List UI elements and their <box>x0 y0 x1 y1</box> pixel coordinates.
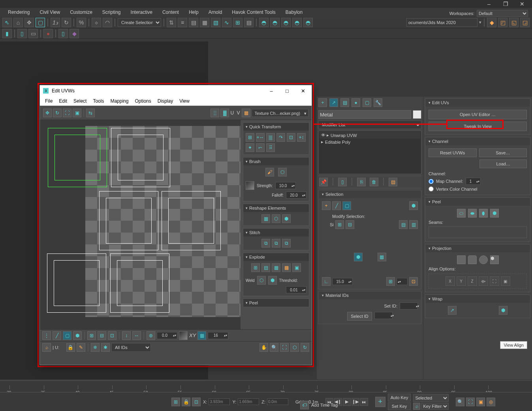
layer-icon[interactable]: ▤ <box>189 18 198 27</box>
display-tab-icon[interactable]: ▢ <box>363 98 371 107</box>
move-icon[interactable]: ✥ <box>24 18 34 27</box>
snow1-icon[interactable]: ❄ <box>91 343 100 352</box>
peel3-icon[interactable]: ⬮ <box>479 209 488 218</box>
zoom-extents-icon[interactable]: ⬡ <box>290 343 299 352</box>
nav-fov-icon[interactable]: ◎ <box>487 398 495 406</box>
align-y-button[interactable]: Y <box>457 276 466 286</box>
render-frame-icon[interactable]: ▤ <box>244 18 254 27</box>
schematic-icon[interactable]: ▧ <box>211 18 220 27</box>
uvw-grid1-icon[interactable]: ░ <box>211 109 219 117</box>
load-uvws-button[interactable]: Load… <box>479 160 527 168</box>
align-normal-icon[interactable]: ⟴ <box>479 276 488 286</box>
menu-babylon[interactable]: Babylon <box>281 8 307 16</box>
angle-icon[interactable]: ∟ <box>322 277 331 286</box>
z-coord-input[interactable] <box>267 398 288 405</box>
brush-falloff-icon[interactable] <box>246 181 254 190</box>
unlink-icon[interactable]: ⌂ <box>13 18 23 27</box>
uvw-rotate-icon[interactable]: ↻ <box>53 109 62 117</box>
sel-plus-icon[interactable]: + <box>322 201 331 210</box>
selection-set-dropdown[interactable]: Create Selection Se <box>118 18 161 27</box>
time-tag-icon[interactable]: 🏷 <box>300 401 309 409</box>
explode3-icon[interactable]: ▦ <box>272 263 280 272</box>
select-by3-icon[interactable]: ⊡ <box>108 331 117 340</box>
vertex-color-radio[interactable] <box>429 186 434 191</box>
qt-bars-icon[interactable]: ||| <box>266 133 275 142</box>
menu-scripting[interactable]: Scripting <box>98 8 126 16</box>
teapot2-icon[interactable]: ◓ <box>270 18 280 27</box>
minimize-button[interactable]: – <box>486 1 492 7</box>
selection-header[interactable]: Selection <box>319 190 421 198</box>
select-by2-icon[interactable]: ⊟ <box>98 331 106 340</box>
all-ids-dropdown[interactable]: All IDs <box>111 343 151 352</box>
open-uv-editor-button[interactable]: Open UV Editor … <box>429 110 527 119</box>
stitch1-icon[interactable]: ⧉ <box>261 239 270 248</box>
uvw-move-icon[interactable]: ✥ <box>43 109 52 117</box>
remove-modifier-icon[interactable]: 🗑 <box>370 178 378 186</box>
planar-angle-input[interactable] <box>333 280 348 284</box>
align-x-button[interactable]: X <box>446 276 455 286</box>
teapot5-icon[interactable]: ◓ <box>303 18 313 27</box>
key-filters-dropdown[interactable]: Key Filters… <box>421 403 449 410</box>
show-end-result-icon[interactable]: ▯ <box>338 178 347 186</box>
utilities-tab-icon[interactable]: 🔧 <box>374 98 382 107</box>
uvw-menu-display[interactable]: Display <box>155 97 176 105</box>
uvw-mirror-icon[interactable]: ⇆ <box>86 109 95 117</box>
brush-paint-icon[interactable]: 🖌 <box>265 168 274 176</box>
channel-header[interactable]: Channel <box>425 137 530 145</box>
explode5-icon[interactable]: ▣ <box>292 263 301 272</box>
peel-header[interactable]: Peel <box>243 299 309 307</box>
snap-icon[interactable]: ⟐ <box>92 18 101 27</box>
ring-icon[interactable]: ▥ <box>409 220 418 229</box>
weld2-icon[interactable]: ⬢ <box>268 276 277 285</box>
percent-icon[interactable]: % <box>77 18 86 27</box>
soft-sel2-icon[interactable]: ↔ <box>132 331 141 340</box>
wrap-header[interactable]: Wrap <box>425 295 530 303</box>
matid-sel-icon[interactable]: ⊡ <box>409 277 418 286</box>
maximize-button[interactable]: ❐ <box>503 1 508 7</box>
falloff-input[interactable] <box>286 193 301 197</box>
modifier-list-dropdown[interactable]: Modifier List <box>318 120 421 129</box>
grid-value-input[interactable] <box>208 333 223 338</box>
strength-input[interactable] <box>276 184 291 188</box>
projection-header[interactable]: Projection <box>425 244 530 252</box>
curve-editor-icon[interactable]: ▦ <box>200 18 209 27</box>
qt-space-icon[interactable]: +↔ <box>256 133 265 142</box>
uvw-menu-tools[interactable]: Tools <box>90 97 107 105</box>
reshape-header[interactable]: Reshape Elements <box>243 204 309 212</box>
explode4-icon[interactable]: ▩ <box>282 263 291 272</box>
reshape-relax-icon[interactable]: ⬡ <box>272 214 280 223</box>
angle-input[interactable] <box>157 333 172 338</box>
sec-tool2-icon[interactable]: ▯ <box>17 29 27 38</box>
sec-tool3-icon[interactable]: ▭ <box>28 29 38 38</box>
vertex-mode-icon[interactable]: ⋮ <box>42 331 51 340</box>
seams-area[interactable] <box>429 226 527 238</box>
menu-content[interactable]: Content <box>158 8 184 16</box>
map-channel-radio[interactable] <box>429 179 434 184</box>
key-mode-icon[interactable]: + <box>375 397 385 407</box>
scale-icon[interactable]: ↻ <box>62 18 71 27</box>
tool-orange1-icon[interactable]: ◆ <box>487 18 496 27</box>
explode2-icon[interactable]: ▤ <box>261 263 270 272</box>
auto-key-button[interactable]: Auto Key <box>388 394 411 402</box>
reshape-straighten-icon[interactable]: ▦ <box>261 214 270 223</box>
key-filter-selected[interactable]: Selected <box>413 394 449 402</box>
wrap1-icon[interactable]: ↗ <box>448 306 457 315</box>
configure-icon[interactable]: ▤ <box>389 178 397 186</box>
menu-civil-view[interactable]: Civil View <box>35 8 65 16</box>
pan-icon[interactable]: ✋ <box>259 343 268 352</box>
refresh-icon[interactable]: ↻ <box>301 343 309 352</box>
key-icon2[interactable]: ⌕ <box>413 403 420 410</box>
peel-cmd-header[interactable]: Peel <box>425 198 530 206</box>
teapot4-icon[interactable]: ◓ <box>292 18 302 27</box>
grid-snap-icon[interactable]: ▦ <box>197 331 206 340</box>
wrap2-icon[interactable]: ⬢ <box>499 306 508 315</box>
brush-relax-icon[interactable]: ⬡ <box>278 168 287 176</box>
uvw-canvas[interactable] <box>40 120 241 329</box>
sec-tool6-icon[interactable]: ◆ <box>70 29 79 38</box>
uvw-checker-icon[interactable]: ▦ <box>242 109 250 117</box>
map-channel-input[interactable] <box>466 179 476 184</box>
close-button[interactable]: ✕ <box>519 1 525 7</box>
object-name-input[interactable] <box>318 110 411 119</box>
uvw-menu-file[interactable]: File <box>42 97 55 105</box>
pin-stack-icon[interactable]: 📌 <box>319 178 328 186</box>
